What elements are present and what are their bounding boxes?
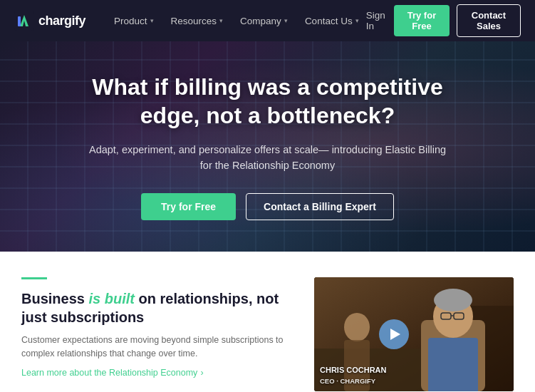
- navbar: chargify Product ▾ Resources ▾ Company ▾…: [0, 0, 535, 41]
- hero-content: What if billing was a competitive edge, …: [54, 73, 482, 221]
- below-text: Customer expectations are moving beyond …: [21, 334, 293, 361]
- nav-right: Sign In Try for Free Contact Sales: [366, 4, 521, 37]
- chargify-logo-icon: [14, 11, 34, 31]
- hero-contact-billing-button[interactable]: Contact a Billing Expert: [246, 193, 394, 220]
- hero-try-free-button[interactable]: Try for Free: [141, 193, 236, 220]
- learn-more-link[interactable]: Learn more about the Relationship Econom…: [21, 368, 293, 378]
- logo[interactable]: chargify: [14, 11, 85, 31]
- nav-item-resources[interactable]: Resources ▾: [164, 10, 231, 32]
- below-heading: Business is built on relationships, not …: [21, 289, 293, 326]
- svg-rect-2: [18, 16, 21, 26]
- svg-point-14: [344, 313, 370, 341]
- video-caption: CHRIS COCHRAN CEO · CHARGIFY: [320, 365, 387, 386]
- video-play-button[interactable]: [379, 319, 409, 349]
- nav-item-product[interactable]: Product ▾: [107, 10, 161, 32]
- person-name: CHRIS COCHRAN: [320, 365, 387, 376]
- heading-highlight: is built: [88, 291, 134, 306]
- logo-text: chargify: [38, 14, 85, 29]
- hero-section: What if billing was a competitive edge, …: [0, 41, 535, 252]
- sign-in-link[interactable]: Sign In: [366, 10, 387, 31]
- chevron-down-icon: ▾: [219, 17, 223, 24]
- nav-item-company[interactable]: Company ▾: [233, 10, 295, 32]
- person-title: CEO · CHARGIFY: [320, 376, 387, 386]
- hero-title: What if billing was a competitive edge, …: [83, 73, 453, 130]
- nav-item-contact-us[interactable]: Contact Us ▾: [298, 10, 366, 32]
- chevron-down-icon: ▾: [355, 17, 359, 24]
- below-section: Business is built on relationships, not …: [0, 252, 535, 392]
- accent-line: [21, 277, 47, 279]
- nav-links: Product ▾ Resources ▾ Company ▾ Contact …: [107, 10, 366, 32]
- hero-buttons: Try for Free Contact a Billing Expert: [83, 193, 453, 220]
- hero-subtitle: Adapt, experiment, and personalize offer…: [83, 143, 453, 174]
- chevron-down-icon: ▾: [150, 17, 154, 24]
- video-thumbnail[interactable]: CHRIS COCHRAN CEO · CHARGIFY: [314, 277, 514, 391]
- svg-rect-9: [428, 338, 478, 391]
- arrow-icon: ›: [200, 368, 203, 378]
- chevron-down-icon: ▾: [284, 17, 288, 24]
- play-icon: [390, 329, 400, 340]
- below-left: Business is built on relationships, not …: [21, 277, 314, 371]
- svg-point-13: [434, 289, 472, 311]
- contact-sales-button[interactable]: Contact Sales: [457, 4, 521, 37]
- try-free-button[interactable]: Try for Free: [394, 5, 450, 36]
- heading-normal: Business: [21, 291, 88, 306]
